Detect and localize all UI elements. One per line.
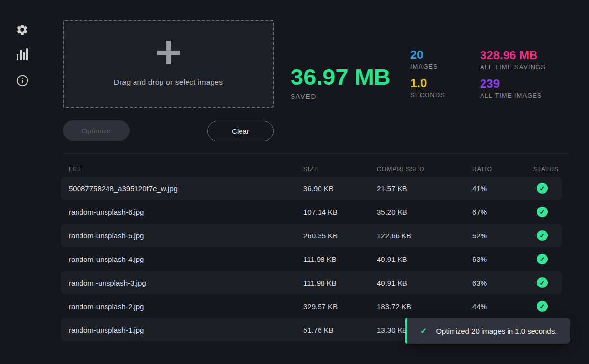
table-row: random-unsplash-6.jpg 107.14 KB 35.20 KB… [61, 200, 562, 224]
file-name: 50087758248_a395120f7e_w.jpg [61, 184, 303, 193]
file-size: 111.98 KB [303, 255, 377, 263]
all-time-savings-value: 328.96 MB [480, 49, 546, 62]
saved-stat: 36.97 MB SAVED [291, 65, 391, 100]
success-check-icon: ✓ [537, 301, 548, 312]
file-name: random-unsplash-2.jpg [61, 302, 303, 311]
file-ratio: 44% [472, 302, 533, 311]
all-time-stats: 328.96 MB ALL TIME SAVINGS 239 ALL TIME … [480, 49, 546, 99]
dropzone-label: Drag and drop or select images [114, 78, 223, 87]
table-row: random-unsplash-2.jpg 329.57 KB 183.72 K… [61, 294, 562, 318]
toast-message: Optimized 20 images in 1.0 seconds. [436, 327, 557, 335]
status-cell: ✓ [533, 301, 562, 312]
file-size: 107.14 KB [303, 208, 377, 216]
info-icon [16, 74, 29, 87]
settings-button[interactable] [15, 23, 29, 37]
status-cell: ✓ [533, 277, 562, 288]
file-size: 260.35 KB [303, 232, 377, 240]
seconds-value: 1.0 [410, 77, 445, 90]
file-size: 111.98 KB [303, 279, 377, 287]
all-time-savings-label: ALL TIME SAVINGS [480, 64, 546, 71]
bar-chart-icon [17, 48, 28, 60]
file-compressed: 183.72 KB [377, 302, 472, 311]
file-compressed: 21.57 KB [377, 184, 472, 193]
file-ratio: 41% [472, 184, 533, 193]
file-compressed: 40.91 KB [377, 255, 472, 263]
section-divider [63, 153, 569, 154]
success-check-icon: ✓ [537, 254, 548, 264]
success-check-icon: ✓ [537, 277, 548, 288]
images-stat: 20 IMAGES [410, 48, 445, 70]
file-ratio: 63% [472, 279, 533, 287]
file-name: random -unsplash-3.jpg [61, 279, 303, 287]
clear-button[interactable]: Clear [207, 121, 274, 141]
file-name: random-unsplash-6.jpg [61, 208, 303, 216]
file-ratio: 52% [472, 232, 533, 240]
saved-value: 36.97 MB [291, 65, 391, 89]
file-compressed: 122.66 KB [377, 232, 472, 240]
check-icon: ✓ [420, 326, 427, 336]
table-row: random -unsplash-3.jpg 111.98 KB 40.91 K… [61, 271, 562, 294]
all-time-images-stat: 239 ALL TIME IMAGES [480, 77, 546, 99]
all-time-images-value: 239 [480, 77, 546, 91]
success-check-icon: ✓ [537, 207, 548, 217]
header-file: FILE [61, 166, 303, 173]
header-size: SIZE [303, 166, 377, 173]
about-button[interactable] [15, 73, 29, 88]
header-status: STATUS [533, 166, 562, 173]
table-row: random-unsplash-5.jpg 260.35 KB 122.66 K… [61, 224, 562, 247]
file-size: 329.57 KB [303, 302, 377, 311]
images-value: 20 [410, 48, 445, 62]
plus-icon [157, 41, 180, 64]
table-body: 50087758248_a395120f7e_w.jpg 36.90 KB 21… [61, 177, 562, 341]
status-cell: ✓ [533, 183, 562, 194]
all-time-images-label: ALL TIME IMAGES [480, 92, 546, 99]
results-table: FILE SIZE COMPRESSED RATIO STATUS 500877… [61, 162, 562, 341]
file-name: random-unsplash-4.jpg [61, 255, 303, 263]
all-time-savings-stat: 328.96 MB ALL TIME SAVINGS [480, 49, 546, 71]
table-header-row: FILE SIZE COMPRESSED RATIO STATUS [61, 162, 562, 177]
toast-notification[interactable]: ✓ Optimized 20 images in 1.0 seconds. [405, 318, 570, 344]
seconds-stat: 1.0 SECONDS [410, 77, 445, 99]
image-optimizer-window: Drag and drop or select images Optimize … [0, 0, 589, 364]
stats-button[interactable] [15, 47, 29, 61]
header-compressed: COMPRESSED [377, 166, 472, 173]
images-label: IMAGES [410, 63, 445, 70]
file-compressed: 40.91 KB [377, 279, 472, 287]
status-cell: ✓ [533, 254, 562, 264]
table-row: random-unsplash-4.jpg 111.98 KB 40.91 KB… [61, 247, 562, 271]
table-row: 50087758248_a395120f7e_w.jpg 36.90 KB 21… [61, 177, 562, 200]
file-name: random-unsplash-5.jpg [61, 232, 303, 240]
status-cell: ✓ [533, 207, 562, 217]
dropzone[interactable]: Drag and drop or select images [63, 20, 274, 108]
file-ratio: 67% [472, 208, 533, 216]
file-ratio: 63% [472, 255, 533, 263]
saved-label: SAVED [291, 93, 391, 100]
gear-icon [16, 24, 28, 36]
success-check-icon: ✓ [537, 230, 548, 241]
session-stats: 20 IMAGES 1.0 SECONDS [410, 48, 445, 99]
success-check-icon: ✓ [537, 183, 548, 194]
header-ratio: RATIO [472, 166, 533, 173]
file-size: 36.90 KB [303, 184, 377, 193]
status-cell: ✓ [533, 230, 562, 241]
file-name: random-unsplash-1.jpg [61, 326, 303, 334]
file-compressed: 35.20 KB [377, 208, 472, 216]
file-size: 51.76 KB [303, 326, 377, 334]
optimize-button[interactable]: Optimize [63, 120, 130, 141]
seconds-label: SECONDS [410, 92, 445, 99]
